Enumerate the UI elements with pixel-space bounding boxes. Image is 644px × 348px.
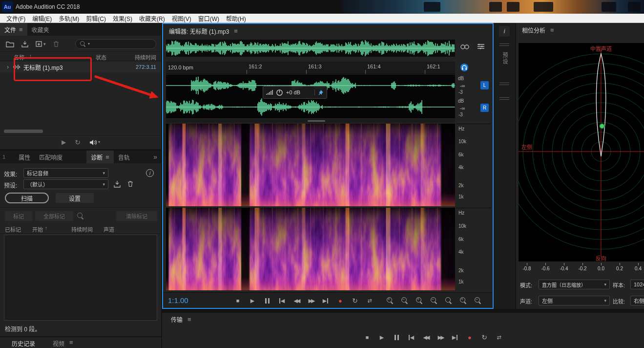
zoom-in-point-button[interactable]: + bbox=[457, 296, 470, 305]
transport-panel-title[interactable]: 传输 bbox=[171, 315, 183, 324]
compare-select[interactable]: 右侧 bbox=[630, 296, 644, 305]
rewind-button[interactable]: ◀◀ bbox=[290, 296, 303, 305]
column-duration[interactable]: 持续时间 bbox=[71, 225, 93, 233]
menu-clip[interactable]: 剪辑(C) bbox=[83, 14, 109, 22]
search-box[interactable]: ▾ bbox=[75, 39, 156, 49]
record-button[interactable]: ● bbox=[463, 332, 476, 342]
panel-grip[interactable] bbox=[499, 83, 509, 85]
scan-button[interactable]: 扫描 bbox=[5, 193, 49, 203]
tab-audio[interactable]: 音轨 bbox=[114, 151, 134, 163]
panel-menu-icon[interactable]: ≡ bbox=[187, 316, 191, 323]
record-button[interactable]: ● bbox=[334, 296, 347, 305]
splitter-handle[interactable] bbox=[308, 120, 325, 122]
zoom-ratio-label[interactable]: 1:1.00 bbox=[168, 296, 188, 304]
panel-menu-icon[interactable]: ≡ bbox=[19, 26, 23, 33]
panel-menu-icon[interactable]: ≡ bbox=[550, 27, 554, 33]
mark-button[interactable]: 标记 bbox=[5, 211, 32, 221]
loop-preview-icon[interactable]: ↻ bbox=[75, 138, 81, 146]
stop-button[interactable]: ■ bbox=[231, 296, 244, 305]
preset-select[interactable]: （默认）▾ bbox=[23, 179, 108, 189]
hud-gain-value[interactable]: +0 dB bbox=[286, 89, 300, 95]
tab-properties[interactable]: 属性 bbox=[14, 151, 35, 163]
fast-forward-button[interactable]: ▶▶ bbox=[434, 332, 447, 342]
skip-selection-button[interactable]: ⇄ bbox=[363, 296, 376, 305]
editor-title[interactable]: 编辑器: 无标题 (1).mp3 bbox=[169, 27, 229, 35]
tab-files[interactable]: 文件 ≡ bbox=[0, 23, 27, 36]
zoom-selection-button[interactable] bbox=[442, 296, 455, 305]
play-button[interactable]: ▶ bbox=[375, 332, 388, 342]
channel-select[interactable]: 左侧▾ bbox=[539, 296, 610, 305]
volume-hud[interactable]: +0 dB bbox=[263, 86, 327, 99]
right-channel-button[interactable]: R bbox=[480, 104, 489, 112]
left-channel-button[interactable]: L bbox=[480, 81, 489, 89]
effect-select[interactable]: 标记音频▾ bbox=[23, 168, 108, 178]
find-marker-icon[interactable] bbox=[77, 213, 84, 219]
pause-button[interactable] bbox=[261, 296, 273, 305]
skip-to-start-button[interactable]: ◀ bbox=[275, 296, 288, 305]
mode-select[interactable]: 直方图（日志缩放）▾ bbox=[539, 280, 610, 289]
pin-hud-icon[interactable] bbox=[314, 89, 324, 95]
delete-preset-icon[interactable] bbox=[127, 180, 134, 187]
zoom-out-point-button[interactable]: − bbox=[472, 296, 484, 305]
panel-menu-icon[interactable]: ≡ bbox=[69, 339, 73, 346]
tab-overflow-icon[interactable]: » bbox=[153, 153, 157, 160]
markers-list[interactable] bbox=[4, 235, 157, 321]
pause-button[interactable] bbox=[390, 332, 403, 342]
skip-to-start-button[interactable]: ◀ bbox=[405, 332, 417, 342]
gain-knob-icon[interactable] bbox=[276, 89, 283, 96]
panel-grip[interactable] bbox=[499, 44, 509, 46]
menu-view[interactable]: 视图(V) bbox=[168, 14, 195, 22]
tab-diagnostics[interactable]: 诊断 ≡ bbox=[86, 151, 114, 163]
timeline-ruler[interactable]: 120.0 bpm 161:2 161:3 161:4 162:1 bbox=[166, 62, 455, 74]
menu-multitrack[interactable]: 多轨(M) bbox=[55, 14, 83, 22]
tab-video[interactable]: 视频 bbox=[53, 339, 64, 348]
open-file-icon[interactable] bbox=[6, 41, 14, 47]
zoom-in-horizontal-button[interactable]: + bbox=[413, 296, 426, 305]
skip-to-end-button[interactable]: ▶ bbox=[319, 296, 332, 305]
info-panel-button[interactable]: i bbox=[499, 26, 510, 37]
horizontal-scrollbar[interactable] bbox=[4, 130, 43, 133]
fast-forward-button[interactable]: ▶▶ bbox=[305, 296, 317, 305]
waveform-right-channel[interactable] bbox=[166, 97, 455, 117]
new-container-icon[interactable]: ▾ bbox=[36, 41, 46, 47]
tab-match-loudness[interactable]: 匹配响度 bbox=[35, 151, 67, 163]
display-settings-icon[interactable] bbox=[477, 43, 485, 50]
spectrogram-display-top[interactable] bbox=[166, 124, 455, 206]
menu-window[interactable]: 窗口(W) bbox=[195, 14, 223, 22]
menu-edit[interactable]: 编辑(E) bbox=[29, 14, 55, 22]
zoom-out-button[interactable]: − bbox=[398, 296, 411, 305]
track-splitter[interactable] bbox=[166, 119, 455, 123]
waveform-spectral-toggle-icon[interactable] bbox=[460, 43, 470, 51]
play-button[interactable]: ▶ bbox=[246, 296, 259, 305]
panel-menu-icon[interactable]: ≡ bbox=[105, 154, 109, 160]
samples-input[interactable]: 1024 bbox=[630, 280, 644, 289]
settings-button[interactable]: 设置 bbox=[56, 193, 94, 203]
column-marked[interactable]: 已标记 bbox=[5, 225, 21, 233]
preview-play-icon[interactable]: ▶ bbox=[62, 139, 66, 146]
panel-menu-icon[interactable]: ≡ bbox=[234, 28, 238, 34]
skip-selection-button[interactable]: ⇄ bbox=[493, 332, 505, 342]
column-start[interactable]: 开始 bbox=[32, 225, 43, 233]
zoom-in-button[interactable]: + bbox=[384, 296, 396, 305]
stop-button[interactable]: ■ bbox=[361, 332, 374, 342]
menu-file[interactable]: 文件(F) bbox=[3, 14, 29, 22]
column-duration[interactable]: 持续时间 bbox=[135, 53, 156, 61]
tab-history[interactable]: 历史记录 bbox=[12, 339, 35, 348]
mark-all-button[interactable]: 全部标记 bbox=[35, 211, 73, 221]
menu-effects[interactable]: 效果(S) bbox=[109, 14, 136, 22]
tab-favorites[interactable]: 收藏夹 bbox=[27, 23, 54, 36]
speaker-icon[interactable]: ▾ bbox=[89, 139, 100, 146]
spectrogram-display-bottom[interactable] bbox=[166, 208, 455, 290]
panel-grip[interactable] bbox=[499, 97, 509, 100]
column-channel[interactable]: 声道 bbox=[104, 225, 114, 233]
import-file-icon[interactable] bbox=[21, 41, 29, 47]
menu-help[interactable]: 帮助(H) bbox=[223, 14, 249, 22]
rewind-button[interactable]: ◀◀ bbox=[419, 332, 432, 342]
loop-playback-button[interactable]: ↻ bbox=[349, 296, 361, 305]
expand-chevron-icon[interactable]: › bbox=[7, 64, 9, 70]
collapsed-preset-panel-label[interactable]: 预设 bbox=[501, 52, 509, 65]
overview-waveform[interactable] bbox=[166, 40, 455, 57]
skip-to-end-button[interactable]: ▶ bbox=[449, 332, 461, 342]
monitor-toggle-icon[interactable] bbox=[460, 63, 469, 73]
waveform-track-area[interactable]: +0 dB bbox=[166, 75, 455, 118]
